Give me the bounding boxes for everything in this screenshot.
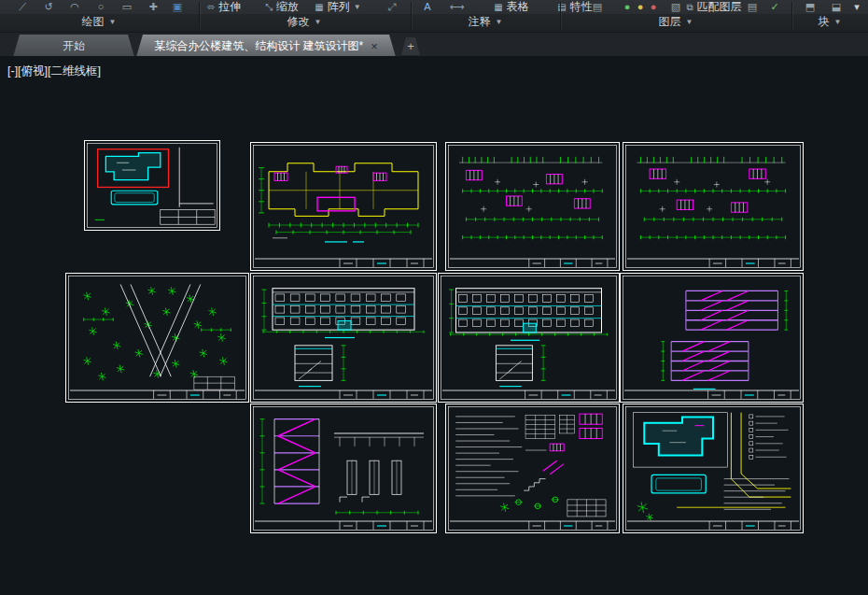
layer-properties-button[interactable]: ▤特性 [557, 0, 592, 14]
layer-isolate-icon[interactable]: ▧ [671, 1, 680, 13]
array-button-label: 阵列 [328, 0, 350, 15]
rectangle-tool-icon[interactable]: ▭ [122, 1, 132, 13]
layer-match-check-icon[interactable]: ✓ [770, 1, 778, 13]
panel-label-layers[interactable]: 图层▼ [659, 14, 693, 30]
sheet-stair-sections[interactable] [620, 273, 804, 403]
ribbon-panel-row [0, 13, 868, 32]
sheet-structure-plan-1[interactable] [445, 142, 620, 271]
layer-list-icon[interactable]: ▤ [593, 1, 602, 13]
table-button[interactable]: ▦表格 [494, 0, 528, 14]
viewport-control-visual-style[interactable]: [二维线框] [48, 64, 101, 78]
match-layer-button[interactable]: ⧉匹配图层 [686, 0, 741, 14]
chevron-down-icon: ▼ [496, 19, 503, 26]
array-icon: ▦ [315, 3, 323, 12]
hatch-tool-icon[interactable]: ▣ [173, 1, 182, 13]
sheet-site-key-plan[interactable] [84, 140, 220, 231]
panel-separator [560, 2, 561, 30]
layer-on-icon[interactable]: ● [624, 1, 631, 13]
sheet-elevation-2[interactable] [438, 273, 620, 403]
scale-icon: ⤡ [265, 3, 273, 12]
arc-tool-icon[interactable]: ◠ [70, 1, 79, 13]
sheet-floor-plan[interactable] [250, 142, 437, 271]
drawing-canvas[interactable]: [-][俯视][二维线框] [0, 56, 868, 595]
chevron-down-icon: ▼ [354, 4, 361, 11]
tab-active-label: 某综合办公楼建筑、结构设计 建筑设计图* [154, 38, 363, 54]
line-tool-icon[interactable]: ⟋ [19, 1, 26, 13]
sheet-landscape-plan[interactable] [65, 273, 249, 403]
layer-properties-icon: ▤ [557, 3, 566, 12]
circle-tool-icon[interactable]: ○ [98, 1, 105, 13]
panel-label-annotate[interactable]: 注释▼ [469, 14, 503, 30]
panel-title: 绘图 [82, 14, 105, 30]
match-layer-icon: ⧉ [686, 3, 693, 12]
panel-title: 块 [819, 14, 830, 30]
panel-separator [199, 2, 200, 30]
panel-label-block[interactable]: 块▼ [819, 14, 842, 30]
panel-title: 注释 [469, 14, 491, 30]
sheet-site-plan[interactable] [623, 404, 804, 533]
tab-start[interactable]: 开始 [13, 35, 134, 57]
ribbon: ⬄拉伸⤡缩放▦阵列▼▦表格▤特性⧉匹配图层⟋↺◠○▭✚▣⤢A⟷▤●●●▧▤✓⬒⬓… [0, 0, 868, 32]
chevron-down-icon: ▼ [109, 19, 117, 26]
layer-state-icon[interactable]: ▤ [748, 1, 757, 13]
dimension-tool-icon[interactable]: ⟷ [450, 1, 465, 13]
insert-block-icon[interactable]: ⬒ [805, 1, 815, 13]
trim-tool-icon[interactable]: ⤢ [388, 1, 397, 13]
scale-button-label: 缩放 [276, 0, 299, 15]
tab-start-label: 开始 [63, 38, 85, 54]
array-button[interactable]: ▦阵列▼ [315, 0, 360, 14]
create-block-icon[interactable]: ⬓ [832, 1, 841, 13]
viewport-control-view[interactable]: [俯视] [18, 64, 48, 78]
plus-icon: + [407, 39, 414, 53]
sheet-structure-plan-2[interactable] [623, 142, 804, 271]
match-layer-button-label: 匹配图层 [697, 0, 742, 15]
panel-title: 修改 [287, 14, 310, 30]
viewport-control-minimize[interactable]: [-] [7, 64, 18, 78]
chevron-down-icon: ▼ [315, 19, 322, 26]
panel-separator [411, 2, 412, 30]
file-tab-bar: 开始 某综合办公楼建筑、结构设计 建筑设计图* × + [0, 32, 868, 56]
close-icon[interactable]: × [371, 39, 378, 53]
new-tab-button[interactable]: + [401, 37, 420, 55]
layer-properties-button-label: 特性 [570, 0, 593, 15]
table-button-label: 表格 [507, 0, 529, 15]
stretch-button[interactable]: ⬄拉伸 [207, 0, 241, 14]
panel-label-draw[interactable]: 绘图▼ [82, 14, 117, 30]
stretch-button-label: 拉伸 [218, 0, 241, 15]
stretch-icon: ⬄ [207, 3, 215, 12]
ribbon-options-icon[interactable]: ▾ [854, 1, 860, 13]
text-tool-icon[interactable]: A [424, 1, 430, 13]
chevron-down-icon: ▼ [834, 19, 842, 26]
viewport-controls: [-][俯视][二维线框] [7, 64, 101, 79]
autocad-window: ⬄拉伸⤡缩放▦阵列▼▦表格▤特性⧉匹配图层⟋↺◠○▭✚▣⤢A⟷▤●●●▧▤✓⬒⬓… [0, 0, 868, 595]
layer-freeze-icon[interactable]: ● [637, 1, 644, 13]
tab-active-drawing[interactable]: 某综合办公楼建筑、结构设计 建筑设计图* × [136, 35, 396, 57]
panel-label-modify[interactable]: 修改▼ [287, 14, 322, 30]
sheet-elevation-1[interactable] [250, 273, 437, 403]
scale-button[interactable]: ⤡缩放 [265, 0, 299, 14]
panel-separator [791, 2, 792, 30]
chevron-down-icon: ▼ [686, 19, 693, 26]
panel-title: 图层 [659, 14, 681, 30]
sheet-notes-details[interactable] [445, 404, 620, 533]
layer-lock-icon[interactable]: ● [651, 1, 657, 13]
polyline-tool-icon[interactable]: ↺ [44, 1, 52, 13]
point-tool-icon[interactable]: ✚ [148, 1, 157, 13]
sheet-stair-detail[interactable] [250, 404, 437, 533]
table-icon: ▦ [494, 3, 502, 12]
